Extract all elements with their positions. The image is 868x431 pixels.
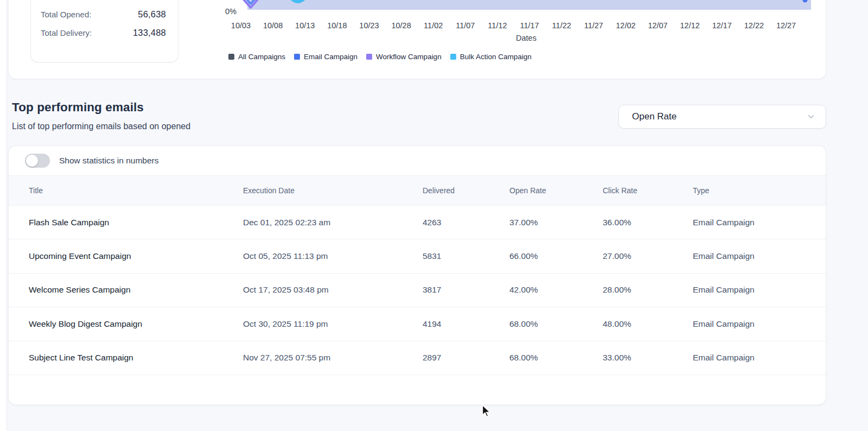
stat-label: Total Opened:: [41, 10, 91, 19]
x-tick-label: 10/03: [231, 21, 251, 30]
show-statistics-toggle[interactable]: [25, 154, 50, 168]
legend-label: All Campaigns: [238, 53, 285, 61]
cell-open-rate: 66.00%: [509, 251, 603, 261]
column-header: Click Rate: [603, 186, 693, 195]
cell-execution-date: Oct 17, 2025 03:48 pm: [243, 285, 423, 295]
table-row[interactable]: Welcome Series CampaignOct 17, 2025 03:4…: [9, 274, 826, 307]
cell-title: Upcoming Event Campaign: [29, 251, 243, 261]
cell-click-rate: 33.00%: [603, 353, 693, 363]
x-tick-label: 12/22: [744, 21, 764, 30]
cell-click-rate: 48.00%: [603, 319, 693, 329]
cell-execution-date: Dec 01, 2025 02:23 am: [243, 218, 423, 227]
cell-title: Subject Line Test Campaign: [29, 353, 243, 363]
x-tick-label: 11/27: [584, 21, 603, 30]
legend-swatch-icon: [228, 54, 234, 60]
cell-delivered: 3817: [423, 285, 509, 295]
x-tick-label: 12/17: [712, 21, 732, 30]
legend-swatch-icon: [450, 54, 456, 60]
cell-open-rate: 68.00%: [509, 319, 603, 329]
x-tick-label: 11/02: [424, 21, 443, 30]
x-tick-label: 12/07: [648, 21, 667, 30]
x-tick-label: 12/02: [616, 21, 635, 30]
cell-delivered: 4194: [423, 319, 509, 329]
table-row[interactable]: Weekly Blog Digest CampaignOct 30, 2025 …: [9, 307, 826, 341]
x-tick-label: 11/07: [456, 21, 475, 30]
x-tick-label: 12/27: [776, 21, 796, 30]
legend-item[interactable]: Bulk Action Campaign: [450, 53, 532, 61]
toggle-knob: [26, 155, 38, 167]
stat-row: Total Opened: 56,638: [41, 9, 166, 20]
legend-item[interactable]: All Campaigns: [228, 53, 285, 61]
column-header: Execution Date: [243, 186, 423, 195]
cell-open-rate: 37.00%: [509, 218, 603, 227]
cell-title: Weekly Blog Digest Campaign: [29, 319, 243, 329]
x-tick-label: 11/17: [520, 21, 539, 30]
cell-delivered: 4263: [423, 218, 509, 227]
table-header-row: TitleExecution DateDeliveredOpen RateCli…: [9, 175, 826, 206]
cell-execution-date: Oct 30, 2025 11:19 pm: [243, 319, 423, 329]
cell-type: Email Campaign: [693, 285, 826, 295]
cell-type: Email Campaign: [693, 319, 826, 329]
table-row[interactable]: Subject Line Test CampaignNov 27, 2025 0…: [9, 341, 826, 375]
cell-execution-date: Nov 27, 2025 07:55 pm: [243, 353, 423, 363]
x-axis-ticks: 10/0310/0810/1310/1810/2310/2811/0211/07…: [9, 21, 827, 32]
chart-legend: All CampaignsEmail CampaignWorkflow Camp…: [228, 53, 532, 61]
cell-click-rate: 27.00%: [603, 251, 693, 261]
cell-click-rate: 28.00%: [603, 285, 693, 295]
x-tick-label: 10/28: [391, 21, 411, 30]
chart-line-fragments-icon: [239, 0, 814, 11]
campaign-stats-card: Total Opened: 56,638 Total Delivery: 133…: [8, 0, 826, 79]
cell-delivered: 2897: [423, 353, 509, 363]
stat-value: 56,638: [138, 9, 166, 20]
cell-execution-date: Oct 05, 2025 11:13 pm: [243, 251, 423, 261]
legend-label: Bulk Action Campaign: [460, 53, 532, 61]
table-row[interactable]: Flash Sale CampaignDec 01, 2025 02:23 am…: [9, 206, 826, 239]
table-row[interactable]: Upcoming Event CampaignOct 05, 2025 11:1…: [9, 239, 826, 273]
x-tick-label: 11/12: [488, 21, 507, 30]
cell-title: Welcome Series Campaign: [29, 285, 243, 295]
mouse-cursor: [482, 405, 490, 418]
toggle-row: Show statistics in numbers: [9, 146, 826, 175]
cell-click-rate: 36.00%: [603, 218, 693, 227]
cell-open-rate: 42.00%: [509, 285, 603, 295]
column-header: Type: [693, 186, 826, 195]
x-tick-label: 10/23: [359, 21, 379, 30]
x-axis-title: Dates: [516, 34, 537, 42]
x-tick-label: 10/13: [295, 21, 315, 30]
page-title: Top performing emails: [12, 100, 144, 115]
metric-select-dropdown[interactable]: Open Rate: [618, 105, 826, 129]
cell-type: Email Campaign: [693, 353, 826, 363]
legend-label: Email Campaign: [304, 53, 358, 61]
legend-swatch-icon: [366, 54, 372, 60]
column-header: Open Rate: [509, 186, 603, 195]
cell-title: Flash Sale Campaign: [29, 218, 243, 227]
legend-item[interactable]: Workflow Campaign: [366, 53, 442, 61]
column-header: Delivered: [423, 186, 509, 195]
legend-label: Workflow Campaign: [376, 53, 442, 61]
cell-delivered: 5831: [423, 251, 509, 261]
cell-type: Email Campaign: [693, 218, 826, 227]
legend-item[interactable]: Email Campaign: [294, 53, 358, 61]
cell-type: Email Campaign: [693, 251, 826, 261]
toggle-label: Show statistics in numbers: [59, 156, 159, 166]
sidebar-edge: [0, 0, 7, 431]
x-tick-label: 12/12: [680, 21, 700, 30]
cell-open-rate: 68.00%: [509, 353, 603, 363]
legend-swatch-icon: [294, 54, 300, 60]
metric-select-value: Open Rate: [632, 111, 676, 122]
table-body: Flash Sale CampaignDec 01, 2025 02:23 am…: [9, 206, 826, 375]
x-tick-label: 11/22: [552, 21, 571, 30]
x-tick-label: 10/18: [327, 21, 347, 30]
x-tick-label: 10/08: [263, 21, 283, 30]
top-emails-table-card: Show statistics in numbers TitleExecutio…: [8, 145, 826, 405]
column-header: Title: [29, 186, 243, 195]
chevron-down-icon: [806, 112, 816, 122]
page-subtitle: List of top performing emails based on o…: [12, 122, 190, 131]
